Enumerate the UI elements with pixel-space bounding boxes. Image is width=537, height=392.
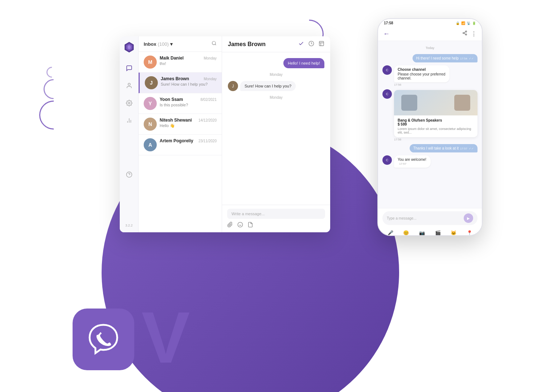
- phone-location-icon[interactable]: 📍: [467, 230, 472, 236]
- avatar-yoon: Y: [144, 97, 157, 110]
- chat-resolve-icon[interactable]: [298, 41, 304, 48]
- product-info: Bang & Olufsen Speakers $ 599 Lorem ipsu…: [394, 115, 477, 137]
- app-logo: [123, 41, 135, 53]
- conversation-list: Inbox (100) ▾ M Maik Daniel Monday thx!: [139, 36, 222, 232]
- wifi-arc-2: [40, 75, 68, 103]
- phone-messages: Today Hi there! I need some help 17:54 ✓…: [378, 41, 482, 208]
- msg-inbound-help: J Sure! How can I help you?: [228, 81, 324, 91]
- phone-gif-icon[interactable]: 🎬: [435, 230, 441, 236]
- msg-date-monday-2: Monday: [228, 95, 324, 99]
- avatar-james: J: [145, 76, 158, 89]
- nav-contacts-icon[interactable]: [124, 81, 134, 91]
- msg-avatar-james: J: [228, 81, 238, 91]
- nav-settings-icon[interactable]: [124, 98, 134, 108]
- ph-msg-hi-there: Hi there! I need some help 17:54 ✓✓: [382, 54, 477, 62]
- conv-info-maik: Maik Daniel Monday thx!: [160, 56, 217, 66]
- nav-help-icon[interactable]: [124, 170, 134, 180]
- phone-more-icon[interactable]: ⋮: [471, 30, 477, 37]
- phone-input-field[interactable]: Type a message... ▶: [382, 211, 477, 225]
- viber-v-letter: V: [142, 301, 190, 374]
- nav-analytics-icon[interactable]: [124, 115, 134, 126]
- svg-point-18: [463, 32, 464, 34]
- phone-camera-icon[interactable]: 📷: [419, 230, 425, 236]
- msg-bubble-inbound-1: Sure! How can I help you?: [240, 81, 296, 91]
- avatar-nitesh: N: [144, 118, 157, 131]
- ph-msg-product-card: C Bang & Olufsen Speakers $ 599 Lorem ip…: [382, 89, 477, 141]
- ph-time-choose-channel: 17:56: [394, 83, 464, 86]
- conv-name-james: James Brown: [161, 76, 189, 81]
- chat-clock-icon[interactable]: [308, 41, 314, 48]
- conv-date-maik: Monday: [204, 56, 217, 60]
- svg-point-10: [212, 41, 216, 45]
- conv-preview-james: Sure! How can I help you?: [161, 82, 217, 86]
- attach-icon[interactable]: [227, 222, 233, 229]
- conv-info-nitesh: Nitesh Shewani 14/12/2020 Hello 👋: [160, 118, 217, 128]
- svg-line-11: [215, 44, 216, 45]
- ph-bubble-thanks: Thanks I will take a look at it 17:57 ✓✓: [410, 144, 477, 152]
- wifi-arc-3: [33, 94, 74, 135]
- phone-mic-icon[interactable]: 🎤: [388, 230, 393, 236]
- ph-bubble-welcome: You are welcome! 17:57: [394, 155, 431, 168]
- mobile-phone: 17:58 🔒 📶 📡 🔋 ← ⋮ Today Hi there! I need…: [377, 18, 483, 236]
- msg-date-monday-1: Monday: [228, 73, 324, 77]
- svg-point-17: [466, 31, 467, 32]
- sticker-icon[interactable]: [247, 222, 253, 229]
- inbox-title: Inbox (100) ▾: [144, 41, 173, 47]
- conv-date-james: Monday: [204, 77, 217, 81]
- lock-icon: 🔒: [456, 21, 460, 25]
- chat-input-field[interactable]: Write a message...: [227, 209, 325, 219]
- conversation-item-james[interactable]: J James Brown Monday Sure! How can I hel…: [139, 73, 222, 93]
- ph-text-hi-there: Hi there! I need some help: [416, 56, 459, 60]
- conversation-item-maik[interactable]: M Maik Daniel Monday thx!: [139, 52, 222, 73]
- phone-back-button[interactable]: ←: [383, 30, 390, 38]
- inbox-label: Inbox: [144, 41, 156, 47]
- ph-bot-body: Please choose your preferred channel.: [398, 72, 446, 80]
- svg-line-20: [464, 33, 466, 34]
- phone-time: 17:58: [384, 21, 393, 25]
- ph-msg-welcome: C You are welcome! 17:57: [382, 155, 477, 168]
- ph-bot-title: Choose channel: [398, 68, 446, 72]
- phone-sticker-icon[interactable]: 🐱: [451, 230, 456, 236]
- phone-share-icon[interactable]: [462, 30, 467, 37]
- conv-info-yoon: Yoon Ssam 8/02/2021 Is this possible?: [160, 97, 217, 107]
- ph-time-hi-there: 17:54: [460, 57, 467, 60]
- wifi-signal-icon: 📶: [461, 21, 465, 25]
- ph-bubble-hi-there: Hi there! I need some help 17:54 ✓✓: [413, 54, 477, 62]
- conversation-item-artem[interactable]: A Artem Pogoreliy 23/11/2020: [139, 135, 222, 155]
- svg-rect-13: [319, 41, 324, 46]
- conversation-item-yoon[interactable]: Y Yoon Ssam 8/02/2021 Is this possible?: [139, 93, 222, 114]
- app-version: 3.2.2: [125, 224, 132, 227]
- ph-avatar-bot-1: C: [382, 65, 392, 75]
- svg-line-21: [464, 32, 466, 33]
- battery-icon: 🔋: [472, 21, 476, 25]
- phone-send-button[interactable]: ▶: [464, 213, 473, 223]
- speaker-shape-right: [454, 95, 470, 111]
- avatar-artem: A: [144, 138, 157, 151]
- search-icon[interactable]: [212, 41, 217, 47]
- svg-point-4: [128, 102, 130, 104]
- product-name: Bang & Olufsen Speakers: [398, 118, 474, 122]
- speaker-shape-left: [401, 95, 417, 111]
- conversation-item-nitesh[interactable]: N Nitesh Shewani 14/12/2020 Hello 👋: [139, 114, 222, 135]
- inbox-dropdown-icon[interactable]: ▾: [170, 41, 173, 47]
- chat-profile-icon[interactable]: [319, 41, 324, 48]
- phone-chat-header: ← ⋮: [378, 27, 482, 41]
- read-check-icon: ✓✓: [469, 57, 474, 60]
- signal-icon: 📡: [467, 21, 471, 25]
- phone-emoji-icon[interactable]: 😊: [403, 230, 409, 236]
- phone-input-placeholder: Type a message...: [387, 216, 417, 220]
- desktop-app-window: 3.2.2 Inbox (100) ▾ M Maik Daniel Monday: [120, 36, 330, 232]
- phone-status-bar: 17:58 🔒 📶 📡 🔋: [378, 19, 482, 27]
- chat-contact-name: James Brown: [228, 41, 266, 48]
- inbox-count: (100): [158, 41, 169, 47]
- chat-input-area: Write a message...: [222, 205, 330, 232]
- ph-text-thanks: Thanks I will take a look at it: [413, 146, 459, 150]
- emoji-icon[interactable]: [237, 222, 243, 229]
- ph-avatar-bot-3: C: [382, 155, 392, 165]
- conv-name-yoon: Yoon Ssam: [160, 97, 183, 102]
- phone-bottom-icons: 🎤 😊 📷 🎬 🐱 📍: [378, 228, 482, 236]
- svg-point-19: [466, 34, 467, 35]
- nav-chat-icon[interactable]: [124, 63, 134, 73]
- phone-header-icons: ⋮: [462, 30, 477, 37]
- ph-msg-choose-channel: C Choose channel Please choose your pref…: [382, 65, 477, 86]
